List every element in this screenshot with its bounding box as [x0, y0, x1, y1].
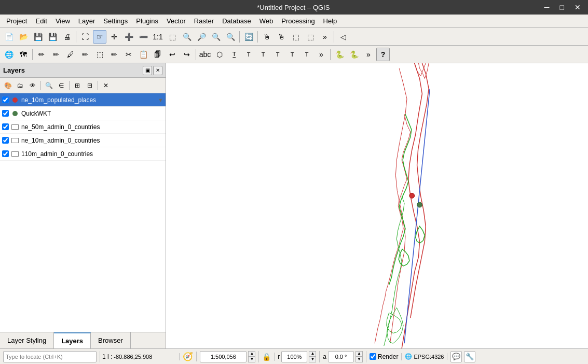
message-log-button[interactable]: 💬 — [450, 351, 462, 362]
layers-restore-btn[interactable]: ▣ — [143, 66, 152, 75]
tb-refresh[interactable]: 🔄 — [242, 30, 255, 44]
tab-browser[interactable]: Browser — [91, 332, 131, 348]
tb-edit-5[interactable]: ⬚ — [93, 48, 106, 61]
layer-item-quickwkt[interactable]: QuickWKT — [0, 107, 166, 120]
zoom-input[interactable] — [281, 351, 307, 362]
menu-raster[interactable]: Raster — [190, 16, 218, 26]
lt-filter-layers[interactable]: 🔍 — [43, 80, 54, 91]
menu-processing[interactable]: Processing — [277, 16, 319, 26]
tb-more-2[interactable]: » — [314, 48, 328, 61]
tb-pan[interactable]: ☞ — [93, 30, 106, 44]
scale-down-btn[interactable]: ▼ — [248, 357, 255, 362]
lt-filter-layer-expression[interactable]: ∈ — [56, 80, 67, 91]
lt-expand-all[interactable]: ⊞ — [72, 80, 83, 91]
tab-layers[interactable]: Layers — [54, 332, 91, 348]
menu-project[interactable]: Project — [2, 16, 31, 26]
maximize-button[interactable]: □ — [557, 2, 567, 12]
tb-zoom-layer[interactable]: ⬚ — [166, 30, 179, 44]
zoom-up-btn[interactable]: ▲ — [309, 351, 316, 357]
menu-vector[interactable]: Vector — [162, 16, 190, 26]
rotation-up-btn[interactable]: ▲ — [355, 351, 363, 357]
lt-manage-map-themes[interactable]: 👁 — [27, 80, 38, 91]
tb-zoom-selected[interactable]: 🔎 — [195, 30, 208, 44]
menu-web[interactable]: Web — [255, 16, 278, 26]
tb-label-3[interactable]: T̲ — [227, 48, 241, 61]
lt-add-group[interactable]: 🗂 — [15, 80, 26, 91]
tb-undo[interactable]: ↩ — [166, 48, 179, 61]
locate-input[interactable] — [3, 351, 97, 362]
tb-python-2[interactable]: 🐍 — [347, 48, 361, 61]
tb-select[interactable]: 🖱 — [275, 30, 288, 44]
tb-copy[interactable]: 📋 — [136, 48, 150, 61]
minimize-button[interactable]: ─ — [541, 2, 553, 12]
rotation-down-btn[interactable]: ▼ — [355, 357, 363, 362]
layer-item-ne-50m-admin-0-countries[interactable]: ne_50m_admin_0_countries — [0, 120, 166, 134]
tb-edit-pencil[interactable]: ✏ — [35, 48, 48, 61]
tb-edit-4[interactable]: ✏ — [78, 48, 92, 61]
lock-icon[interactable]: 🔒 — [262, 353, 271, 361]
tb-label-2[interactable]: ⬡ — [213, 48, 226, 61]
tb-redo[interactable]: ↪ — [180, 48, 194, 61]
tb-print[interactable]: 🖨 — [60, 30, 74, 44]
tab-layer-styling[interactable]: Layer Styling — [0, 332, 54, 348]
menu-view[interactable]: View — [51, 16, 74, 26]
tb-label-8[interactable]: T — [300, 48, 313, 61]
tb-save-as[interactable]: 💾 — [46, 30, 59, 44]
tb-new[interactable]: 📄 — [2, 30, 16, 44]
layer-checkbox-ne-10m-admin[interactable] — [2, 137, 9, 144]
tb-python[interactable]: 🐍 — [333, 48, 346, 61]
layers-close-btn[interactable]: ✕ — [153, 66, 162, 75]
menu-settings[interactable]: Settings — [99, 16, 132, 26]
tb-zoom-in[interactable]: ➕ — [122, 30, 135, 44]
tb-more-3[interactable]: » — [362, 48, 375, 61]
map-canvas[interactable] — [166, 63, 588, 348]
layer-checkbox-ne-10m-populated-places[interactable] — [2, 96, 9, 103]
scale-input[interactable] — [200, 351, 247, 362]
tb-back[interactable]: ◁ — [336, 30, 350, 44]
tb-globe[interactable]: 🌐 — [2, 48, 16, 61]
scale-up-btn[interactable]: ▲ — [248, 351, 255, 357]
tb-edit-3[interactable]: 🖊 — [64, 48, 77, 61]
tb-label-4[interactable]: T — [242, 48, 255, 61]
layer-item-110m-admin-0-countries[interactable]: 110m_admin_0_countries — [0, 147, 166, 161]
menu-layer[interactable]: Layer — [74, 16, 100, 26]
layer-checkbox-110m[interactable] — [2, 150, 9, 157]
tb-open-table[interactable]: ⬚ — [304, 30, 317, 44]
rotation-input[interactable] — [328, 351, 354, 362]
tb-open[interactable]: 📂 — [17, 30, 30, 44]
tb-zoom-prev[interactable]: 🔍 — [209, 30, 223, 44]
lt-remove-layer[interactable]: ✕ — [100, 80, 112, 91]
menu-edit[interactable]: Edit — [31, 16, 51, 26]
tb-zoom-out[interactable]: ➖ — [136, 30, 150, 44]
layer-checkbox-quickwkt[interactable] — [2, 110, 9, 117]
layer-item-ne-10m-admin-0-countries[interactable]: ne_10m_admin_0_countries — [0, 134, 166, 147]
menu-help[interactable]: Help — [319, 16, 341, 26]
tb-paste[interactable]: 🗐 — [151, 48, 165, 61]
tb-digitize[interactable]: ⛶ — [78, 30, 92, 44]
tb-deselect[interactable]: ⬚ — [289, 30, 303, 44]
tb-label-6[interactable]: T — [271, 48, 284, 61]
tb-label-5[interactable]: T — [256, 48, 270, 61]
crs-area[interactable]: 🌐 EPSG:4326 — [405, 353, 447, 360]
tb-zoom-next[interactable]: 🔍 — [224, 30, 237, 44]
layer-item-ne-10m-populated-places[interactable]: ne_10m_populated_places ▼ — [0, 93, 166, 107]
tb-zoom-1-1[interactable]: 1:1 — [151, 30, 165, 44]
tb-edit-2[interactable]: ✏ — [49, 48, 63, 61]
tb-pan-map[interactable]: ✛ — [107, 30, 121, 44]
tb-edit-6[interactable]: ✏ — [107, 48, 121, 61]
zoom-down-btn[interactable]: ▼ — [309, 357, 316, 362]
close-button[interactable]: ✕ — [571, 2, 584, 12]
tb-help[interactable]: ? — [376, 48, 390, 61]
tb-label-7[interactable]: T — [285, 48, 299, 61]
menu-plugins[interactable]: Plugins — [132, 16, 162, 26]
tb-label-1[interactable]: abc — [198, 48, 212, 61]
locator-button[interactable]: 🔧 — [464, 351, 475, 362]
tb-zoom-full[interactable]: 🔍 — [180, 30, 194, 44]
lt-open-layer-styling[interactable]: 🎨 — [2, 80, 13, 91]
tb-more-1[interactable]: » — [318, 30, 332, 44]
menu-database[interactable]: Database — [218, 16, 255, 26]
lt-collapse-all[interactable]: ⊟ — [84, 80, 95, 91]
tb-save[interactable]: 💾 — [31, 30, 45, 44]
layer-checkbox-ne-50m[interactable] — [2, 123, 9, 130]
render-checkbox[interactable] — [370, 353, 376, 360]
